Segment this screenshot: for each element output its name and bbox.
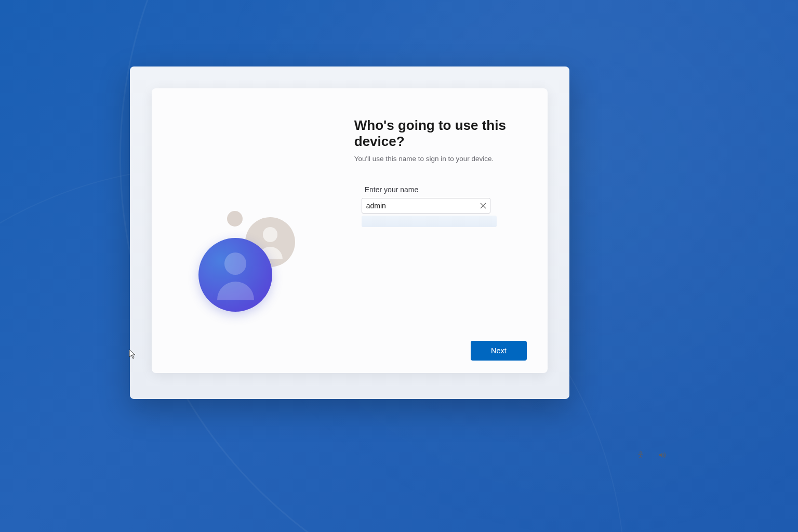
- clear-input-icon[interactable]: [479, 202, 487, 210]
- mouse-cursor-icon: [129, 349, 137, 360]
- input-suggestion-panel: [362, 216, 497, 227]
- accessibility-icon[interactable]: [636, 450, 645, 460]
- system-tray: [636, 450, 667, 460]
- name-input[interactable]: [362, 198, 490, 214]
- volume-icon[interactable]: [658, 450, 667, 460]
- svg-point-0: [640, 451, 641, 453]
- name-field-label: Enter your name: [365, 185, 527, 194]
- avatar-secondary-icon: [245, 217, 295, 267]
- oobe-card: Who's going to use this device? You'll u…: [152, 88, 548, 373]
- user-illustration: [152, 88, 342, 373]
- page-title: Who's going to use this device?: [354, 117, 527, 150]
- decorative-circle-small: [227, 211, 243, 227]
- name-input-wrapper: [362, 198, 490, 214]
- setup-form: Who's going to use this device? You'll u…: [342, 88, 548, 373]
- next-button[interactable]: Next: [471, 341, 527, 361]
- avatar-primary-icon: [198, 238, 272, 312]
- page-subtitle: You'll use this name to sign in to your …: [354, 155, 527, 163]
- oobe-outer-panel: Who's going to use this device? You'll u…: [130, 66, 569, 399]
